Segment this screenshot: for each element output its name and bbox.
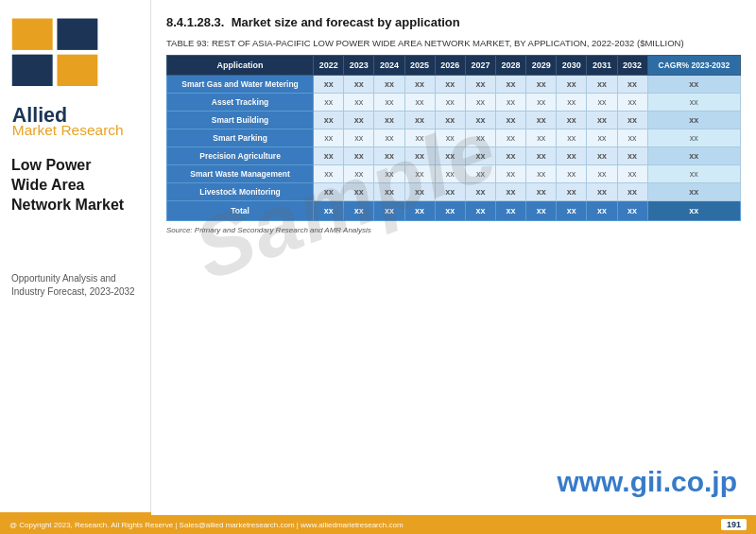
svg-rect-0 [12, 19, 53, 50]
table-cell: xx [314, 76, 344, 94]
sidebar: Allied Market Research Low Power Wide Ar… [0, 0, 151, 534]
table-cell: xx [526, 165, 557, 183]
table-cell: xx [404, 94, 435, 112]
table-cell: xx [374, 129, 404, 147]
col-header-application: Application [167, 56, 314, 76]
table-cell: xx [557, 76, 587, 94]
table-cell: xx [557, 112, 587, 129]
table-cell: xx [344, 201, 374, 221]
table-cell: xx [465, 112, 495, 129]
table-cell: xx [587, 201, 617, 221]
table-cell: xx [374, 112, 404, 129]
table-cell: xx [495, 183, 525, 201]
table-cell: xx [495, 112, 525, 129]
table-cell: xx [587, 94, 617, 112]
table-row-label: Smart Parking [167, 129, 314, 147]
table-cell: xx [344, 165, 374, 183]
table-source: Source: Primary and Secondary Research a… [166, 226, 741, 234]
col-header-2027: 2027 [465, 56, 495, 76]
table-cell: xx [526, 112, 557, 129]
table-cell: xx [435, 201, 465, 221]
table-cell: xx [404, 165, 435, 183]
table-cell: xx [495, 76, 525, 94]
footer-copyright: @ Copyright 2023, Research. All Rights R… [9, 521, 404, 529]
svg-rect-2 [12, 55, 53, 86]
table-cell: xx [435, 183, 465, 201]
table-cell: xx [557, 129, 587, 147]
table-cell: xx [495, 94, 525, 112]
table-row-label: Smart Gas and Water Metering [167, 76, 314, 94]
footer: @ Copyright 2023, Research. All Rights R… [0, 515, 756, 534]
table-cell: xx [617, 129, 647, 147]
data-table: Application 2022 2023 2024 2025 2026 202… [166, 55, 741, 221]
main-content: 8.4.1.28.3. Market size and forecast by … [151, 0, 756, 515]
table-cell: xx [647, 165, 740, 183]
table-cell: xx [344, 183, 374, 201]
col-header-2028: 2028 [495, 56, 525, 76]
table-cell: xx [344, 94, 374, 112]
col-header-2022: 2022 [314, 56, 344, 76]
table-cell: xx [647, 129, 740, 147]
col-header-2026: 2026 [435, 56, 465, 76]
table-cell: xx [435, 94, 465, 112]
table-row-label: Livestock Monitoring [167, 183, 314, 201]
table-cell: xx [617, 76, 647, 94]
table-cell: xx [647, 76, 740, 94]
table-cell: xx [374, 165, 404, 183]
logo-icon: Allied Market Research [8, 9, 143, 135]
table-cell: xx [617, 201, 647, 221]
table-cell: xx [374, 183, 404, 201]
table-cell: xx [647, 112, 740, 129]
table-cell: xx [314, 165, 344, 183]
table-cell: xx [526, 201, 557, 221]
table-cell: xx [617, 112, 647, 129]
table-cell: xx [465, 76, 495, 94]
table-cell: xx [587, 112, 617, 129]
table-row-label: Smart Waste Management [167, 165, 314, 183]
col-header-2031: 2031 [587, 56, 617, 76]
table-cell: xx [526, 147, 557, 165]
svg-rect-1 [57, 19, 97, 50]
table-cell: xx [314, 201, 344, 221]
table-cell: xx [404, 183, 435, 201]
table-row-label: Smart Building [167, 112, 314, 129]
table-cell: xx [465, 183, 495, 201]
table-cell: xx [344, 147, 374, 165]
table-cell: xx [465, 201, 495, 221]
table-row-label: Asset Tracking [167, 94, 314, 112]
table-cell: xx [435, 165, 465, 183]
col-header-2029: 2029 [526, 56, 557, 76]
table-caption: TABLE 93: REST OF ASIA-PACIFIC LOW POWER… [166, 37, 741, 49]
table-cell: xx [557, 183, 587, 201]
table-cell: xx [557, 94, 587, 112]
table-cell: xx [526, 94, 557, 112]
table-cell: xx [647, 147, 740, 165]
table-cell: xx [404, 201, 435, 221]
table-cell: xx [495, 165, 525, 183]
table-cell: xx [465, 129, 495, 147]
table-cell: xx [526, 129, 557, 147]
sidebar-subtitle: Opportunity Analysis and Industry Foreca… [8, 272, 143, 299]
table-cell: xx [374, 201, 404, 221]
table-cell: xx [495, 147, 525, 165]
table-cell: xx [647, 201, 740, 221]
table-cell: xx [557, 147, 587, 165]
col-header-2030: 2030 [557, 56, 587, 76]
table-cell: xx [435, 129, 465, 147]
table-cell: xx [435, 76, 465, 94]
logo-area: Allied Market Research [8, 9, 143, 135]
table-cell: xx [526, 183, 557, 201]
table-cell: xx [647, 183, 740, 201]
table-row-label: Precision Agriculture [167, 147, 314, 165]
col-header-2025: 2025 [404, 56, 435, 76]
table-cell: xx [587, 165, 617, 183]
table-cell: xx [314, 147, 344, 165]
table-cell: xx [314, 129, 344, 147]
table-cell: xx [465, 147, 495, 165]
table-cell: xx [587, 76, 617, 94]
footer-page-number: 191 [721, 519, 747, 530]
table-cell: xx [314, 183, 344, 201]
svg-rect-3 [57, 55, 97, 86]
col-header-2023: 2023 [344, 56, 374, 76]
table-cell: xx [617, 183, 647, 201]
